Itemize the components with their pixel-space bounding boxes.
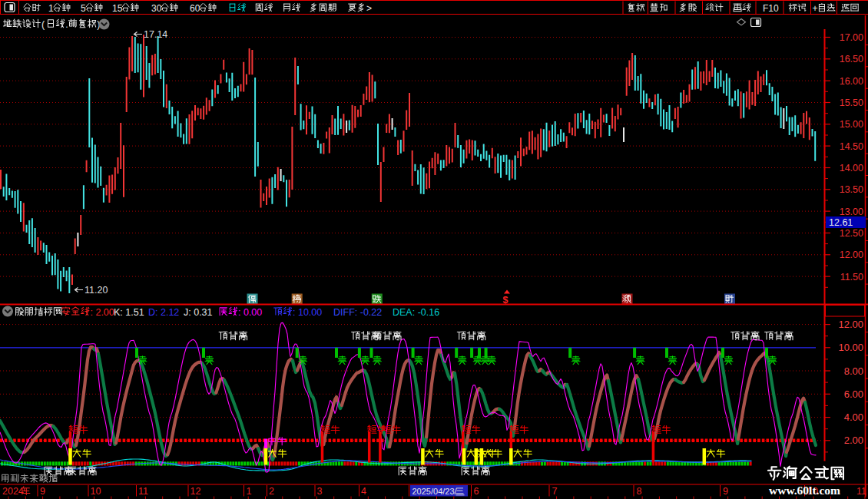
svg-text:12.61: 12.61 — [829, 217, 853, 228]
svg-text:www.60lt.com: www.60lt.com — [769, 484, 840, 497]
svg-text:8: 8 — [637, 486, 642, 497]
svg-text:11: 11 — [138, 486, 148, 497]
svg-text:8.00: 8.00 — [844, 365, 863, 377]
svg-text:6.00: 6.00 — [844, 388, 863, 400]
svg-text:4.00: 4.00 — [844, 411, 863, 423]
svg-text:: 0.00: : 0.00 — [238, 307, 262, 318]
svg-text:1: 1 — [48, 3, 54, 14]
svg-text:: 2.00: : 2.00 — [91, 307, 114, 318]
svg-text:10.00: 10.00 — [838, 342, 863, 353]
svg-text:: 10.00: : 10.00 — [293, 307, 322, 318]
svg-text:>: > — [366, 3, 372, 14]
svg-text:2: 2 — [269, 486, 274, 497]
svg-text:13.00: 13.00 — [840, 207, 863, 217]
svg-text:17.14: 17.14 — [144, 29, 167, 40]
svg-text:2025/04/23/: 2025/04/23/ — [412, 487, 458, 496]
svg-text:7: 7 — [552, 486, 558, 497]
svg-text:D: 2.12: D: 2.12 — [148, 307, 179, 318]
svg-text:.: . — [65, 19, 68, 30]
svg-text:15.50: 15.50 — [840, 97, 863, 108]
svg-text:15: 15 — [112, 3, 123, 14]
svg-text:9: 9 — [723, 486, 728, 497]
svg-text:17.00: 17.00 — [840, 32, 863, 43]
svg-text:2.00: 2.00 — [844, 435, 863, 446]
svg-text:K: 1.51: K: 1.51 — [114, 307, 144, 318]
svg-text:10: 10 — [91, 486, 101, 497]
svg-text:6: 6 — [474, 486, 479, 497]
svg-text:60: 60 — [190, 3, 200, 14]
svg-text:F10: F10 — [763, 3, 779, 14]
svg-text:13.50: 13.50 — [840, 184, 863, 195]
svg-text:5: 5 — [81, 3, 86, 14]
svg-text:30: 30 — [151, 3, 162, 14]
svg-text:+: + — [813, 3, 818, 14]
svg-text:11.20: 11.20 — [84, 285, 108, 296]
svg-text:12.00: 12.00 — [840, 250, 863, 260]
svg-text:12.00: 12.00 — [838, 319, 863, 330]
svg-text:15.00: 15.00 — [840, 119, 863, 130]
svg-text:12: 12 — [190, 486, 201, 497]
svg-text:12.50: 12.50 — [840, 228, 863, 239]
svg-text:3: 3 — [317, 486, 323, 497]
svg-text:11: 11 — [856, 486, 866, 497]
svg-text:14.00: 14.00 — [840, 163, 863, 173]
svg-text:2024: 2024 — [2, 486, 24, 497]
svg-text:9: 9 — [40, 486, 45, 497]
svg-text:1: 1 — [247, 486, 252, 497]
svg-text:16.50: 16.50 — [840, 54, 863, 64]
svg-text:J: 0.31: J: 0.31 — [184, 307, 213, 318]
svg-text:DEA: -0.16: DEA: -0.16 — [393, 307, 439, 318]
svg-text:4: 4 — [361, 486, 366, 497]
svg-text:16.00: 16.00 — [840, 76, 863, 87]
svg-text:14.50: 14.50 — [840, 141, 863, 152]
svg-text:11.50: 11.50 — [840, 272, 863, 283]
svg-text:DIFF: -0.22: DIFF: -0.22 — [333, 307, 382, 318]
